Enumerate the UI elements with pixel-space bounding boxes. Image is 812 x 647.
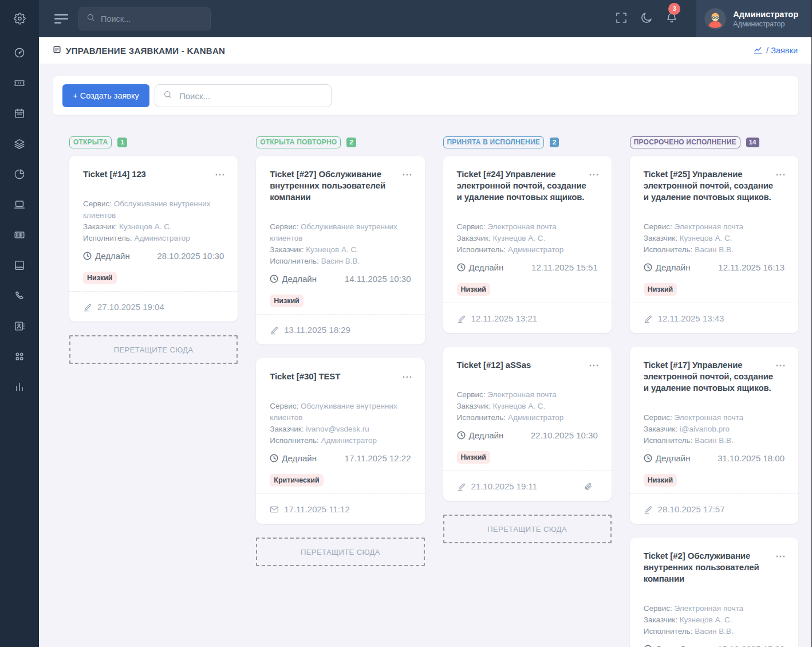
ticket-meta: Сервис: Обслуживание внутренних клиентов…	[270, 221, 411, 267]
ticket-title: Ticket [#24] Управление электронной почт…	[457, 168, 591, 203]
ticket-footer: 17.11.2025 11:12	[270, 494, 411, 524]
sidebar-item-ticket[interactable]	[13, 68, 26, 98]
column-header: ОТКРЫТА 1	[69, 136, 238, 148]
clock-icon	[270, 275, 282, 283]
ticket-card[interactable]: Ticket [#17] Управление электронной почт…	[630, 347, 798, 524]
ticket-title: Ticket [#17] Управление электронной почт…	[644, 359, 778, 394]
dropzone[interactable]: ПЕРЕТАЩИТЕ СЮДА	[443, 515, 612, 543]
topbar-search-placeholder: Поиск...	[101, 14, 131, 23]
sidebar-item-book[interactable]	[13, 250, 26, 280]
ticket-card[interactable]: Ticket [#12] aSSas Сервис: Электронная п…	[443, 347, 612, 501]
updated-date: 27.10.2025 19:04	[97, 301, 164, 313]
page-title: УПРАВЛЕНИЕ ЗАЯВКАМИ - KANBAN	[53, 45, 225, 56]
sidebar-item-contact-card[interactable]	[13, 311, 26, 341]
column-count-badge: 14	[746, 138, 759, 147]
fullscreen-button[interactable]	[614, 11, 629, 26]
board-search-placeholder: Поиск...	[179, 91, 210, 101]
ticket-footer: 28.10.2025 17:57	[644, 494, 785, 524]
ticket-meta: Сервис: Электронная почта Заказчик: Кузн…	[644, 603, 785, 637]
ticket-card[interactable]: Ticket [#2] Обслуживание внутренних поль…	[630, 538, 798, 647]
priority-badge: Низкий	[457, 283, 491, 296]
deadline-date: 22.10.2025 10:30	[531, 430, 598, 440]
moon-icon	[640, 11, 653, 27]
ticket-menu-button[interactable]	[775, 552, 786, 558]
ticket-deadline-row: Дедлайн 28.10.2025 10:30	[83, 250, 224, 261]
toolbar-card: + Создать заявку Поиск...	[53, 76, 798, 115]
sidebar-item-calendar[interactable]	[13, 98, 26, 128]
ticket-card[interactable]: Ticket [#30] TEST Сервис: Обслуживание в…	[256, 358, 424, 524]
column-header: ПРОСРОЧЕНО ИСПОЛНЕНИЕ 14	[630, 136, 798, 148]
ticket-card[interactable]: Ticket [#27] Обслуживание внутренних пол…	[256, 156, 424, 344]
deadline-date: 12.11.2025 16:13	[718, 262, 785, 272]
gear-icon	[14, 13, 26, 25]
sidebar-item-settings[interactable]	[0, 0, 39, 37]
kanban-column-1: ОТКРЫТА 1 Ticket [#14] 123 Сервис: Обслу…	[69, 136, 238, 379]
dropzone-label: ПЕРЕТАЩИТЕ СЮДА	[301, 548, 380, 556]
ticket-meta: Сервис: Электронная почта Заказчик: Кузн…	[644, 221, 785, 256]
ticket-card[interactable]: Ticket [#25] Управление электронной почт…	[630, 156, 798, 333]
deadline-date: 15.10.2025 15:23	[718, 644, 785, 647]
updated-date: 12.11.2025 13:43	[658, 313, 724, 324]
deadline-date: 17.11.2025 12:22	[345, 453, 411, 463]
ticket-menu-button[interactable]	[215, 171, 225, 177]
dark-mode-button[interactable]	[639, 11, 654, 26]
ticket-menu-button[interactable]	[589, 362, 599, 367]
sidebar-item-speedometer[interactable]	[13, 37, 26, 68]
fullscreen-icon	[614, 11, 628, 27]
ticket-menu-button[interactable]	[589, 171, 599, 177]
updated-date: 13.11.2025 18:29	[284, 324, 350, 336]
ticket-title: Ticket [#12] aSSas	[457, 359, 591, 371]
ticket-card[interactable]: Ticket [#24] Управление электронной почт…	[443, 156, 612, 333]
priority-badge: Низкий	[270, 295, 303, 307]
priority-badge: Низкий	[83, 272, 117, 284]
pencil-icon	[270, 326, 284, 335]
column-status-badge: ОТКРЫТА	[69, 136, 112, 148]
dropzone[interactable]: ПЕРЕТАЩИТЕ СЮДА	[69, 335, 238, 364]
topbar-search-input[interactable]: Поиск...	[78, 7, 211, 30]
create-ticket-button[interactable]: + Создать заявку	[62, 84, 149, 107]
ticket-title: Ticket [#27] Обслуживание внутренних пол…	[270, 168, 404, 203]
breadcrumb[interactable]: / Заявки	[753, 45, 798, 56]
sidebar-item-layers[interactable]	[13, 128, 26, 159]
deadline-label: Дедлайн	[469, 262, 504, 272]
ticket-menu-button[interactable]	[402, 171, 412, 177]
paperclip-icon	[584, 482, 598, 491]
ticket-meta: Сервис: Обслуживание внутренних клиентов…	[270, 401, 411, 446]
column-count-badge: 2	[550, 138, 559, 147]
updated-date: 28.10.2025 17:57	[658, 504, 725, 515]
ticket-deadline-row: Дедлайн 31.10.2025 18:00	[644, 452, 785, 464]
ticket-menu-button[interactable]	[402, 373, 412, 379]
sidebar-item-bar-chart[interactable]	[13, 371, 26, 402]
ticket-menu-button[interactable]	[775, 171, 786, 177]
sidebar-item-phone[interactable]	[13, 280, 26, 311]
pie-chart-icon	[13, 168, 26, 181]
avatar	[704, 8, 726, 30]
ticket-meta: Сервис: Электронная почта Заказчик: i@ai…	[644, 412, 785, 446]
board-search-input[interactable]: Поиск...	[155, 84, 332, 107]
deadline-date: 12.11.2025 15:51	[531, 262, 598, 272]
ticket-card[interactable]: Ticket [#14] 123 Сервис: Обслуживание вн…	[69, 156, 238, 321]
hamburger-menu-icon[interactable]	[54, 14, 68, 23]
clock-icon	[644, 263, 656, 272]
sidebar-item-apps[interactable]	[13, 341, 26, 371]
ticket-deadline-row: Дедлайн 17.11.2025 12:22	[270, 452, 411, 464]
pencil-icon	[457, 314, 471, 323]
ticket-title: Ticket [#2] Обслуживание внутренних поль…	[644, 550, 778, 585]
sidebar	[0, 0, 39, 647]
ticket-title: Ticket [#30] TEST	[270, 371, 404, 382]
speedometer-icon	[13, 46, 26, 59]
sidebar-item-barcode[interactable]	[13, 219, 26, 250]
user-menu[interactable]: Администратор Администратор	[696, 0, 812, 37]
ticket-footer: 13.11.2025 18:29	[270, 315, 411, 344]
sidebar-item-pie-chart[interactable]	[13, 159, 26, 189]
notifications-button[interactable]: 3	[664, 11, 679, 26]
pencil-icon	[644, 314, 658, 323]
clock-icon	[457, 263, 469, 272]
ticket-icon	[13, 77, 26, 89]
deadline-label: Дедлайн	[282, 453, 317, 463]
sidebar-item-laptop[interactable]	[13, 189, 26, 219]
ticket-menu-button[interactable]	[775, 362, 786, 367]
column-status-badge: ПРОСРОЧЕНО ИСПОЛНЕНИЕ	[630, 136, 740, 148]
topbar: Поиск... 3 Администратор Администратор	[39, 0, 812, 37]
dropzone[interactable]: ПЕРЕТАЩИТЕ СЮДА	[256, 538, 424, 566]
